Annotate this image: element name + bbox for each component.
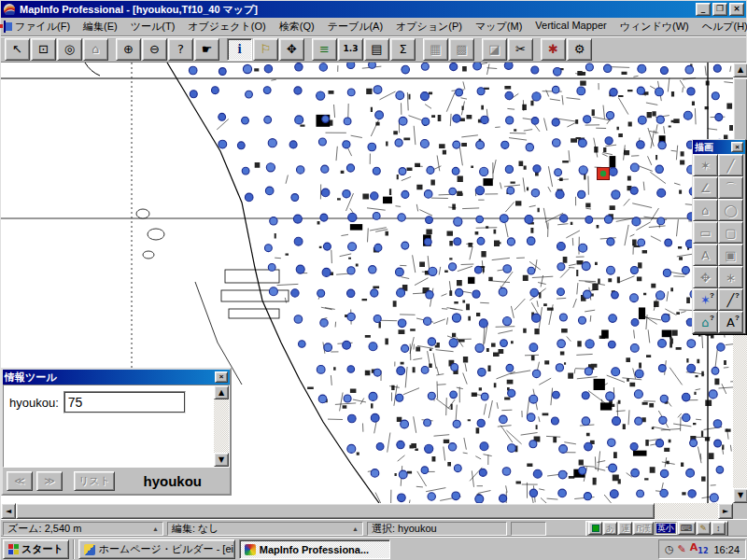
edit-status-pane[interactable]: 編集: なし▲ bbox=[167, 522, 363, 536]
hotlink-button[interactable]: ✱ bbox=[541, 38, 566, 61]
symbol-tool-button[interactable]: ✶ bbox=[693, 154, 718, 176]
radius-select-button[interactable]: ◎ bbox=[57, 38, 82, 61]
mdi-document-icon[interactable] bbox=[4, 21, 6, 33]
select-button[interactable]: ↖ bbox=[5, 38, 30, 61]
rectangle-tool-icon: ▭ bbox=[699, 227, 711, 239]
mapbasic-tools-button[interactable]: ⚙ bbox=[567, 38, 592, 61]
add-node-tool-icon: ∗ bbox=[726, 272, 736, 284]
set-clip-region-button[interactable]: ◪ bbox=[482, 38, 507, 61]
ime-a12-icon[interactable]: A12 bbox=[690, 542, 709, 555]
edit-popup-arrow-icon: ▲ bbox=[352, 525, 359, 532]
title-bar[interactable]: MapInfo Professional - [hyoukou,Tf10_40 … bbox=[1, 1, 746, 18]
ime-keyboard-icon[interactable]: ⌨ bbox=[678, 522, 696, 535]
menu-window[interactable]: ウィンドウ(W) bbox=[613, 18, 696, 35]
zoom-out-button[interactable]: ⊖ bbox=[142, 38, 167, 61]
layer-control-button[interactable]: ≡ bbox=[312, 38, 337, 61]
rectangle-tool-button[interactable]: ▭ bbox=[693, 221, 718, 244]
line-tool-button[interactable]: ╱ bbox=[718, 154, 743, 176]
arc-tool-button[interactable]: ⌒ bbox=[718, 176, 743, 199]
horizontal-scroll-thumb[interactable] bbox=[16, 503, 655, 519]
menu-help[interactable]: ヘルプ(H) bbox=[696, 18, 747, 35]
menu-table[interactable]: テーブル(A) bbox=[321, 18, 389, 35]
restore-button[interactable]: ❐ bbox=[712, 3, 727, 16]
ime-pad-icon[interactable]: ✎ bbox=[697, 522, 711, 535]
ime-input-mode-button[interactable]: あ bbox=[603, 522, 617, 535]
polygon-tool-button[interactable]: ⌂ bbox=[693, 199, 718, 221]
grabber-button[interactable]: ☛ bbox=[194, 38, 219, 61]
list-button[interactable]: リスト bbox=[74, 471, 115, 491]
polygon-select-button[interactable]: ⌂ bbox=[83, 38, 108, 61]
menu-tools[interactable]: ツール(T) bbox=[124, 18, 182, 35]
drawing-toolbar-titlebar[interactable]: 描画 × bbox=[693, 140, 745, 154]
task-homepage-builder[interactable]: ホームページ・ビルダー - [ei... bbox=[78, 539, 235, 559]
scroll-up-button[interactable]: ▲ bbox=[733, 63, 747, 77]
region-style-button[interactable]: ⌂? bbox=[693, 311, 718, 333]
marquee-select-button[interactable]: ⊡ bbox=[31, 38, 56, 61]
text-tool-button[interactable]: A bbox=[693, 244, 718, 266]
drag-map-window-icon: ✥ bbox=[287, 43, 297, 55]
map-window: ▲ ▼ ◄ ► 描画 × ✶╱∠⌒⌂◯▭▢A▣✥∗✶?╱?⌂?A? 情報ツール … bbox=[1, 63, 747, 519]
legend-button[interactable]: ▤ bbox=[364, 38, 389, 61]
info-dialog-close-icon[interactable]: × bbox=[215, 371, 228, 383]
set-target-district-button[interactable]: ▦ bbox=[423, 38, 448, 61]
zoom-in-button[interactable]: ⊕ bbox=[116, 38, 141, 61]
scheduler-icon[interactable]: ◷ bbox=[665, 544, 674, 554]
next-record-button[interactable]: ≫ bbox=[36, 471, 63, 491]
ime-conversion-mode-button[interactable]: 連 bbox=[618, 522, 632, 535]
statistics-button[interactable]: Σ bbox=[390, 38, 416, 61]
start-button[interactable]: スタート bbox=[3, 539, 69, 559]
layer-control-icon: ≡ bbox=[319, 43, 330, 55]
add-node-tool-button[interactable]: ∗ bbox=[718, 266, 743, 288]
set-clip-region-icon: ◪ bbox=[488, 43, 500, 55]
info-button[interactable]: i bbox=[227, 38, 252, 61]
menu-objects[interactable]: オブジェクト(O) bbox=[181, 18, 272, 35]
selection-status-pane[interactable]: 選択: hyoukou bbox=[367, 522, 507, 536]
clip-region-onoff-button[interactable]: ✂ bbox=[508, 38, 533, 61]
region-style-icon: ⌂ bbox=[701, 316, 709, 329]
ime-onoff-button[interactable] bbox=[588, 522, 602, 535]
system-tray: ◷✎A12 16:24 bbox=[658, 539, 746, 559]
info-scroll-down-button[interactable]: ▼ bbox=[214, 453, 229, 467]
info-scroll-up-button[interactable]: ▲ bbox=[214, 385, 229, 399]
zoom-status-pane[interactable]: ズーム: 2,540 m▲ bbox=[3, 522, 163, 536]
text-style-button[interactable]: A? bbox=[718, 311, 743, 333]
scroll-right-button[interactable]: ► bbox=[718, 503, 733, 519]
menu-options[interactable]: オプション(P) bbox=[389, 18, 469, 35]
task-mapinfo[interactable]: MapInfo Professiona... bbox=[239, 539, 390, 559]
ruler-button[interactable]: 1.3 bbox=[338, 38, 363, 61]
pen-icon[interactable]: ✎ bbox=[678, 544, 686, 554]
info-dialog-scrollbar: ▲ ▼ bbox=[214, 385, 229, 467]
previous-record-button[interactable]: ≪ bbox=[7, 471, 33, 491]
clip-region-onoff-icon: ✂ bbox=[515, 43, 526, 55]
menu-vertical-mapper[interactable]: Vertical Mapper bbox=[529, 18, 613, 35]
change-view-button[interactable]: ? bbox=[168, 38, 193, 61]
reshape-tool-button[interactable]: ✥ bbox=[693, 266, 718, 288]
drawing-toolbar-close-icon[interactable]: × bbox=[731, 142, 743, 152]
menu-file[interactable]: ファイル(F) bbox=[8, 18, 77, 35]
info-dialog-titlebar[interactable]: 情報ツール × bbox=[3, 370, 230, 385]
info-scroll-track[interactable] bbox=[214, 399, 229, 453]
assign-selected-objects-button[interactable]: ▩ bbox=[449, 38, 474, 61]
ime-english-case-button[interactable]: 英小 bbox=[655, 522, 677, 535]
symbol-style-button[interactable]: ✶? bbox=[693, 288, 718, 311]
ime-roman-kanji-button[interactable]: R漢 bbox=[633, 522, 654, 535]
hyoukou-value-field[interactable] bbox=[63, 391, 186, 413]
info-icon: i bbox=[237, 42, 241, 56]
ime-minimize-icon[interactable]: ↕ bbox=[712, 522, 726, 535]
ellipse-tool-button[interactable]: ◯ bbox=[718, 199, 743, 221]
rounded-rectangle-tool-button[interactable]: ▢ bbox=[718, 221, 743, 244]
drag-map-window-button[interactable]: ✥ bbox=[279, 38, 304, 61]
scroll-left-button[interactable]: ◄ bbox=[1, 503, 16, 519]
minimize-button[interactable]: _ bbox=[696, 3, 711, 16]
menu-query[interactable]: 検索(Q) bbox=[273, 18, 321, 35]
close-button[interactable]: × bbox=[729, 3, 744, 16]
line-style-button[interactable]: ╱? bbox=[718, 288, 743, 311]
scroll-down-button[interactable]: ▼ bbox=[733, 488, 747, 503]
menu-map[interactable]: マップ(M) bbox=[469, 18, 529, 35]
mapbasic-tools-icon: ⚙ bbox=[574, 43, 585, 55]
label-button[interactable]: ⚐ bbox=[253, 38, 278, 61]
menu-edit[interactable]: 編集(E) bbox=[77, 18, 124, 35]
frame-tool-button[interactable]: ▣ bbox=[718, 244, 743, 266]
polyline-tool-button[interactable]: ∠ bbox=[693, 176, 718, 199]
selected-point-marker bbox=[598, 168, 610, 180]
